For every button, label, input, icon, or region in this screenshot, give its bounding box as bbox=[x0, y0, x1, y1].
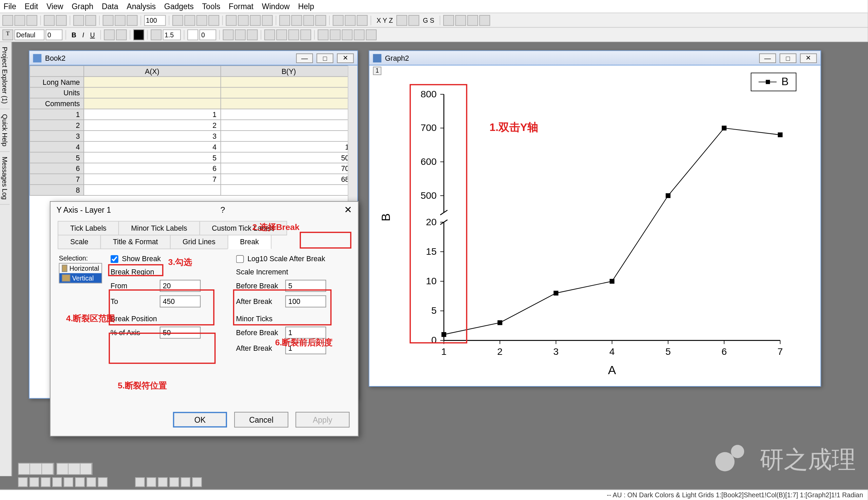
menu-gadgets[interactable]: Gadgets bbox=[164, 2, 194, 11]
layer-indicator[interactable]: 1 bbox=[373, 67, 381, 75]
ok-button[interactable]: OK bbox=[173, 412, 227, 428]
menu-tools[interactable]: Tools bbox=[202, 2, 221, 11]
tp-icon[interactable] bbox=[147, 477, 156, 487]
tp-icon[interactable] bbox=[192, 477, 202, 487]
tab-break[interactable]: Break bbox=[227, 235, 271, 249]
tb-icon[interactable] bbox=[396, 14, 407, 25]
menu-data[interactable]: Data bbox=[102, 2, 119, 11]
axis-selection-list[interactable]: Horizontal Vertical bbox=[59, 263, 102, 283]
tb-icon[interactable] bbox=[289, 29, 299, 40]
menu-view[interactable]: View bbox=[46, 2, 63, 11]
tb-icon[interactable] bbox=[238, 14, 249, 25]
tb-icon[interactable] bbox=[264, 29, 275, 40]
minimize-button[interactable]: — bbox=[759, 53, 776, 63]
maximize-button[interactable]: □ bbox=[779, 53, 797, 63]
tb-icon[interactable] bbox=[300, 29, 311, 40]
tab-scale[interactable]: Scale bbox=[58, 235, 101, 249]
to-input[interactable] bbox=[160, 295, 201, 307]
new-project-icon[interactable] bbox=[2, 14, 13, 25]
close-icon[interactable]: ✕ bbox=[344, 204, 352, 215]
from-input[interactable] bbox=[160, 280, 201, 292]
log10-checkbox[interactable] bbox=[236, 255, 244, 263]
line-plot-icon[interactable] bbox=[18, 477, 27, 487]
copy-icon[interactable] bbox=[115, 14, 126, 25]
font-color-icon[interactable] bbox=[133, 29, 144, 40]
pie-plot-icon[interactable] bbox=[75, 477, 84, 487]
chart-plot[interactable]: 051015205006007008001234567AB bbox=[372, 76, 816, 383]
menu-window[interactable]: Window bbox=[262, 2, 290, 11]
tb-icon[interactable] bbox=[184, 14, 195, 25]
duplicate-icon[interactable] bbox=[85, 14, 96, 25]
text-tool-icon[interactable]: T bbox=[2, 29, 13, 40]
tb-icon[interactable] bbox=[353, 29, 364, 40]
graph-titlebar[interactable]: Graph2 — □ ✕ bbox=[370, 51, 821, 65]
show-break-checkbox[interactable] bbox=[111, 255, 119, 263]
tp-icon[interactable] bbox=[135, 477, 145, 487]
minor-before-input[interactable] bbox=[285, 327, 326, 339]
tb-icon[interactable] bbox=[455, 14, 466, 25]
tb-icon[interactable] bbox=[342, 29, 352, 40]
line-style-icon[interactable] bbox=[151, 29, 161, 40]
before-break-input[interactable] bbox=[285, 280, 326, 292]
font-name-input[interactable] bbox=[14, 29, 44, 40]
tab-tick-labels[interactable]: Tick Labels bbox=[58, 221, 119, 235]
sidetab-messages-log[interactable]: Messages Log bbox=[0, 152, 10, 205]
surface-plot-icon[interactable] bbox=[87, 477, 96, 487]
window-tab-book[interactable] bbox=[18, 463, 54, 475]
area-plot-icon[interactable] bbox=[64, 477, 73, 487]
tb-icon[interactable] bbox=[357, 14, 368, 25]
underline-icon[interactable]: U bbox=[88, 31, 97, 38]
tp-icon[interactable] bbox=[169, 477, 179, 487]
tb-icon[interactable] bbox=[303, 14, 314, 25]
tb-icon[interactable] bbox=[443, 14, 454, 25]
tb-icon[interactable] bbox=[276, 29, 287, 40]
menu-help[interactable]: Help bbox=[298, 2, 314, 11]
tb-icon[interactable] bbox=[291, 14, 302, 25]
refresh-icon[interactable] bbox=[103, 14, 114, 25]
cancel-button[interactable]: Cancel bbox=[234, 412, 288, 428]
sidetab-quick-help[interactable]: Quick Help bbox=[0, 109, 10, 152]
subscript-icon[interactable] bbox=[116, 29, 127, 40]
tb-icon[interactable] bbox=[480, 14, 490, 25]
graph-page[interactable]: 1 B 051015205006007008001234567AB bbox=[370, 66, 821, 386]
workbook-titlebar[interactable]: Book2 — □ ✕ bbox=[30, 51, 357, 65]
fill-color-icon[interactable] bbox=[187, 29, 198, 40]
tp-icon[interactable] bbox=[181, 477, 190, 487]
menu-analysis[interactable]: Analysis bbox=[126, 2, 156, 11]
zoom-input[interactable] bbox=[144, 14, 166, 25]
tab-title-format[interactable]: Title & Format bbox=[100, 235, 171, 249]
tb-icon[interactable] bbox=[330, 29, 341, 40]
tb-icon[interactable] bbox=[333, 14, 344, 25]
size2-input[interactable] bbox=[200, 29, 216, 40]
print-icon[interactable] bbox=[73, 14, 84, 25]
tb-icon[interactable] bbox=[247, 29, 258, 40]
menu-file[interactable]: File bbox=[4, 2, 16, 11]
bold-icon[interactable]: B bbox=[69, 31, 79, 38]
column-plot-icon[interactable] bbox=[52, 477, 62, 487]
tab-custom-tick-labels[interactable]: Custom Tick Labels bbox=[199, 221, 288, 235]
tab-minor-tick-labels[interactable]: Minor Tick Labels bbox=[119, 221, 200, 235]
paste-icon[interactable] bbox=[126, 14, 137, 25]
tb-icon[interactable] bbox=[250, 14, 261, 25]
superscript-icon[interactable] bbox=[104, 29, 115, 40]
menu-format[interactable]: Format bbox=[229, 2, 253, 11]
tb-icon[interactable] bbox=[226, 14, 237, 25]
tb-icon[interactable] bbox=[262, 14, 273, 25]
tb-icon[interactable] bbox=[408, 14, 419, 25]
tb-icon[interactable] bbox=[345, 14, 356, 25]
pct-axis-input[interactable] bbox=[160, 327, 201, 339]
apply-button[interactable]: Apply bbox=[295, 412, 350, 428]
tp-icon[interactable] bbox=[158, 477, 168, 487]
selection-vertical[interactable]: Vertical bbox=[59, 273, 101, 283]
help-icon[interactable]: ? bbox=[221, 205, 225, 214]
tb-icon[interactable] bbox=[467, 14, 478, 25]
dialog-titlebar[interactable]: Y Axis - Layer 1 ? ✕ bbox=[50, 202, 358, 217]
sidetab-project-explorer[interactable]: Project Explorer (1) bbox=[0, 42, 10, 109]
selection-horizontal[interactable]: Horizontal bbox=[59, 264, 101, 273]
font-size-input[interactable] bbox=[46, 29, 63, 40]
minimize-button[interactable]: — bbox=[296, 53, 313, 63]
window-tab-graph[interactable] bbox=[56, 463, 92, 475]
tab-grid-lines[interactable]: Grid Lines bbox=[170, 235, 228, 249]
bar-plot-icon[interactable] bbox=[41, 477, 50, 487]
open-icon[interactable] bbox=[14, 14, 25, 25]
